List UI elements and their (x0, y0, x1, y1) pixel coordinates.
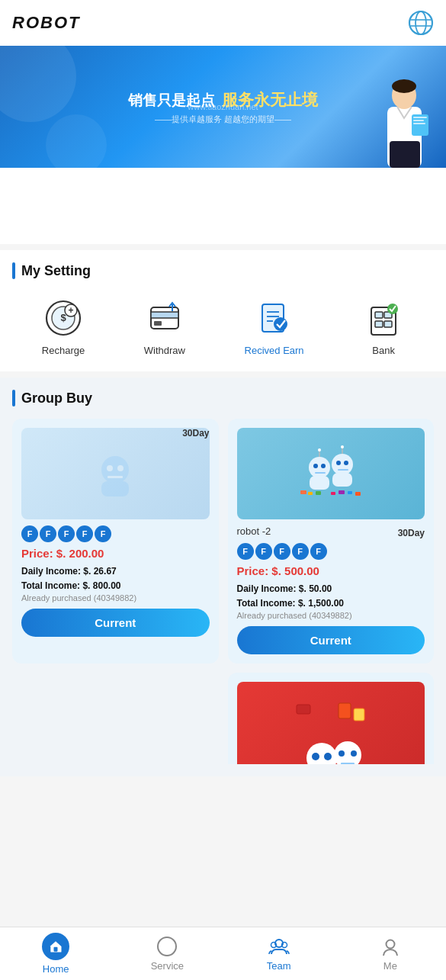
banner-spacer (0, 168, 446, 244)
logo: ROBOT (12, 13, 80, 33)
svg-rect-59 (339, 703, 351, 718)
svg-rect-53 (316, 491, 321, 495)
me-icon (380, 936, 401, 957)
svg-point-0 (409, 11, 432, 34)
svg-point-40 (321, 464, 326, 468)
svg-rect-27 (375, 312, 383, 318)
svg-rect-11 (413, 123, 425, 124)
daily-income-1: Daily Income: $. 26.67 (21, 564, 210, 579)
banner: 销售只是起点 服务永无止境 ——提供卓越服务 超越您的期望—— www.tiao… (0, 46, 446, 168)
svg-rect-60 (354, 708, 364, 721)
title-bar (12, 262, 15, 279)
svg-text:+: + (68, 305, 73, 316)
svg-point-1 (416, 11, 426, 34)
svg-point-32 (101, 456, 129, 484)
globe-icon[interactable] (408, 10, 434, 36)
stars-1: F F F F F (21, 525, 210, 542)
svg-point-37 (309, 457, 330, 478)
svg-rect-45 (332, 473, 352, 487)
svg-rect-7 (390, 141, 420, 168)
bottom-spacer (0, 776, 446, 837)
svg-rect-36 (107, 476, 123, 478)
svg-rect-57 (355, 492, 361, 496)
my-setting-section: My Setting $ + Recharge (0, 250, 446, 371)
settings-grid: $ + Recharge Withdraw (12, 291, 434, 359)
group-buy-grid: 30Day F F F F F Price: $. 200.00 Daily I… (12, 419, 434, 764)
recharge-item[interactable]: $ + Recharge (42, 297, 85, 356)
svg-point-61 (306, 743, 337, 764)
svg-rect-54 (331, 492, 335, 495)
bank-icon (363, 297, 404, 339)
purchased-2: Already purchased (40349882) (237, 611, 425, 620)
svg-point-72 (158, 937, 176, 956)
service-icon (156, 936, 178, 957)
product-card-2: robot -2 30Day F F F F F Price: $. 500.0… (228, 419, 435, 664)
group-buy-title: Group Buy (12, 390, 434, 406)
banner-watermark: www.tiaozhuan.net (188, 102, 258, 111)
nav-home[interactable]: Home (0, 927, 111, 980)
purchased-1: Already purchased (40349882) (21, 593, 210, 602)
current-btn-1[interactable]: Current (21, 609, 210, 637)
nav-me[interactable]: Me (335, 930, 446, 978)
received-earn-item[interactable]: Recived Earn (245, 297, 304, 356)
nav-team[interactable]: Team (223, 930, 335, 978)
svg-rect-41 (315, 472, 326, 474)
svg-point-47 (344, 461, 348, 465)
total-income-2: Total Income: $. 1,500.00 (237, 596, 425, 611)
svg-rect-48 (338, 469, 348, 471)
team-icon (268, 936, 290, 957)
nav-service[interactable]: Service (111, 930, 223, 978)
svg-rect-9 (413, 117, 427, 118)
svg-point-34 (107, 465, 113, 471)
svg-rect-10 (413, 120, 424, 121)
svg-point-63 (312, 753, 319, 760)
banner-sub-text: ——提供卓越服务 超越您的期望—— (128, 114, 317, 125)
svg-rect-18 (151, 312, 178, 318)
svg-rect-55 (339, 490, 345, 494)
svg-rect-56 (348, 491, 352, 494)
product-image-2 (237, 428, 425, 519)
banner-person (370, 69, 438, 168)
svg-rect-29 (375, 321, 383, 327)
svg-rect-70 (341, 763, 355, 764)
price-2: Price: $. 500.00 (237, 564, 425, 577)
withdraw-item[interactable]: Withdraw (144, 297, 185, 356)
home-icon (42, 933, 69, 960)
svg-rect-51 (300, 490, 306, 494)
total-income-1: Total Income: $. 800.00 (21, 579, 210, 593)
svg-rect-38 (310, 476, 329, 490)
svg-point-50 (341, 445, 344, 448)
svg-rect-19 (154, 321, 162, 326)
product-image-1 (21, 428, 210, 519)
day-badge-1: 30Day (182, 428, 209, 439)
svg-point-43 (318, 448, 321, 451)
robot-name-2: robot -2 (237, 525, 271, 537)
svg-point-44 (332, 454, 353, 475)
svg-rect-52 (308, 492, 313, 495)
svg-point-69 (351, 750, 357, 757)
product-image-3 (237, 682, 425, 764)
withdraw-icon (144, 297, 185, 339)
bank-item[interactable]: Bank (363, 297, 404, 356)
group-buy-title-bar (12, 390, 15, 406)
bottom-nav: Home Service Team (0, 927, 446, 980)
svg-point-66 (334, 741, 361, 764)
svg-rect-33 (101, 481, 129, 496)
day-badge-2: 30Day (398, 528, 425, 538)
svg-point-6 (392, 79, 416, 93)
header: ROBOT (0, 0, 446, 46)
svg-point-35 (117, 465, 124, 471)
svg-rect-71 (54, 947, 58, 952)
svg-rect-58 (297, 705, 310, 714)
group-buy-section: Group Buy 30Day F F F F F (0, 378, 446, 776)
product-card-3 (228, 673, 435, 764)
svg-point-39 (313, 464, 318, 468)
svg-point-46 (336, 461, 341, 465)
svg-point-64 (324, 753, 332, 760)
product-card-1: 30Day F F F F F Price: $. 200.00 Daily I… (12, 419, 219, 664)
recharge-icon: $ + (43, 297, 84, 339)
current-btn-2[interactable]: Current (237, 626, 425, 654)
svg-point-68 (339, 750, 345, 757)
my-setting-title: My Setting (12, 262, 434, 279)
received-earn-icon (254, 297, 295, 339)
